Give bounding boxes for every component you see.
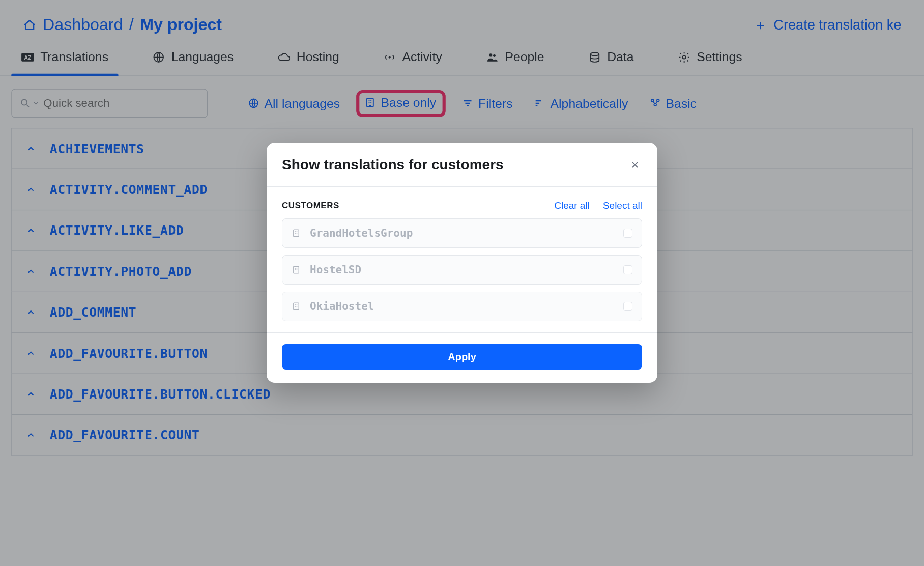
customer-name: HostelSD <box>310 264 614 276</box>
svg-rect-14 <box>294 230 299 237</box>
select-all-button[interactable]: Select all <box>603 200 642 211</box>
modal-overlay[interactable]: Show translations for customers CUSTOMER… <box>0 0 924 566</box>
modal-close-button[interactable] <box>628 158 642 172</box>
customer-row[interactable]: HostelSD <box>282 255 642 285</box>
close-icon <box>630 160 640 170</box>
building-icon <box>292 302 301 311</box>
customers-section-label: CUSTOMERS <box>282 201 339 211</box>
clear-all-button[interactable]: Clear all <box>554 200 590 211</box>
apply-button[interactable]: Apply <box>282 344 642 370</box>
building-icon <box>292 265 301 274</box>
customer-row[interactable]: GrandHotelsGroup <box>282 218 642 248</box>
customers-modal: Show translations for customers CUSTOMER… <box>267 143 657 383</box>
customer-row[interactable]: OkiaHostel <box>282 292 642 321</box>
customer-name: OkiaHostel <box>310 300 614 313</box>
customer-checkbox[interactable] <box>623 265 632 274</box>
modal-title: Show translations for customers <box>282 157 504 173</box>
svg-rect-16 <box>294 303 299 310</box>
svg-rect-15 <box>294 266 299 273</box>
customer-checkbox[interactable] <box>623 302 632 311</box>
customer-name: GrandHotelsGroup <box>310 227 614 239</box>
building-icon <box>292 229 301 238</box>
customer-checkbox[interactable] <box>623 229 632 238</box>
